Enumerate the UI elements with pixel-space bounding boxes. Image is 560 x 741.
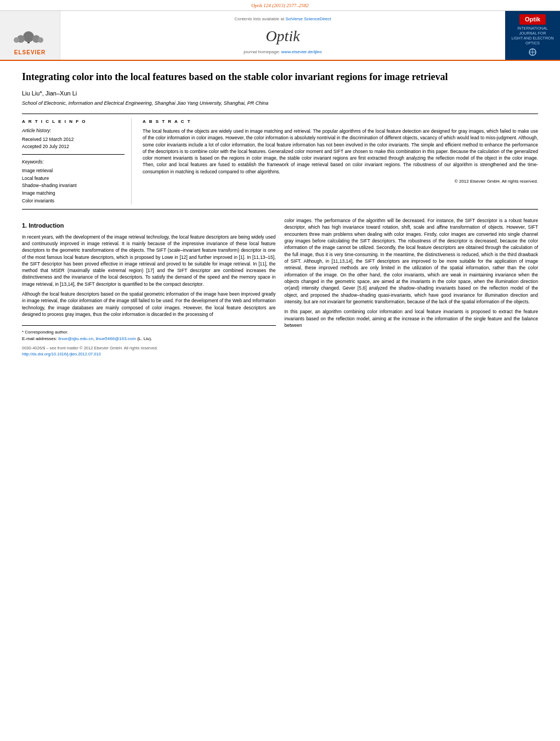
section1-right-para2: In this paper, an algorithm combining co… (285, 308, 539, 329)
doi-link[interactable]: http://dx.doi.org/10.1016/j.ijleo.2012.0… (22, 352, 101, 357)
optik-subtitle: INTERNATIONAL JOURNAL FOR LIGHT AND ELEC… (508, 26, 557, 46)
article-title: Integrating color into the local feature… (22, 71, 538, 83)
article-affiliation: School of Electronic, Information and El… (22, 100, 538, 107)
abstract-col: A B S T R A C T The local features of th… (143, 118, 538, 205)
elsevier-logo: ELSEVIER (0, 11, 60, 60)
elsevier-tree-icon (8, 26, 52, 48)
svg-point-1 (23, 31, 34, 42)
sciverse-line: Contents lists available at SciVerse Sci… (234, 16, 331, 22)
journal-center: Contents lists available at SciVerse Sci… (60, 11, 505, 60)
corresponding-note: * Corresponding author. (22, 329, 276, 336)
sciverse-link[interactable]: SciVerse ScienceDirect (285, 16, 331, 21)
section1-right-para1: color images. The performance of the alg… (285, 217, 539, 305)
page: Optik 124 (2013) 2577–2582 ELSEVIER (0, 0, 560, 741)
section1-heading: 1. Introduction (22, 222, 276, 230)
optik-icon1 (528, 48, 537, 56)
doi-bar: Optik 124 (2013) 2577–2582 (0, 0, 560, 11)
article-body: Integrating color into the local feature… (0, 61, 560, 367)
keywords-label: Keywords: (22, 159, 125, 166)
footnote-section: * Corresponding author. E-mail addresses… (22, 325, 276, 342)
optik-icons (528, 48, 537, 56)
copyright: © 2012 Elsevier GmbH. All rights reserve… (143, 178, 538, 184)
email1-link[interactable]: linue@sjtu.edu.cn (58, 336, 93, 341)
svg-point-5 (38, 37, 43, 43)
section1-para2: Although the local feature descriptors b… (22, 291, 276, 318)
bottom-bar: 0030-4026/$ – see front matter © 2012 El… (22, 346, 276, 357)
abstract-label: A B S T R A C T (143, 118, 538, 125)
keywords-list: Image retrieval Local feature Shadow–sha… (22, 167, 125, 205)
homepage-line: journal homepage: www.elsevier.de/ijleo (244, 49, 321, 55)
homepage-link[interactable]: www.elsevier.de/ijleo (281, 49, 322, 54)
section1-para1: In recent years, with the development of… (22, 234, 276, 288)
col-left: 1. Introduction In recent years, with th… (22, 217, 276, 357)
received-date: Received 12 March 2012 Accepted 20 July … (22, 136, 125, 150)
email-line: E-mail addresses: linue@sjtu.edu.cn, lin… (22, 336, 276, 342)
article-authors: Liu Liu*, Jian–Xun Li (22, 89, 538, 98)
email2-link[interactable]: linue5466@163.com (95, 336, 136, 341)
col-right: color images. The performance of the alg… (285, 217, 539, 357)
journal-header: ELSEVIER Contents lists available at Sci… (0, 11, 560, 61)
main-columns: 1. Introduction In recent years, with th… (22, 217, 538, 357)
article-info-col: A R T I C L E I N F O Article history: R… (22, 118, 132, 205)
elsevier-wordmark: ELSEVIER (14, 49, 46, 56)
info-divider (22, 154, 125, 155)
svg-point-4 (14, 37, 19, 43)
history-label: Article history: (22, 128, 125, 134)
abstract-text: The local features of the objects are wi… (143, 128, 538, 175)
journal-name: Optik (265, 25, 299, 47)
doi-text: Optik 124 (2013) 2577–2582 (251, 3, 309, 8)
optik-logo-box: Optik INTERNATIONAL JOURNAL FOR LIGHT AN… (505, 11, 560, 60)
article-info-label: A R T I C L E I N F O (22, 118, 125, 125)
info-section: A R T I C L E I N F O Article history: R… (22, 114, 538, 210)
optik-brand: Optik (519, 14, 546, 25)
